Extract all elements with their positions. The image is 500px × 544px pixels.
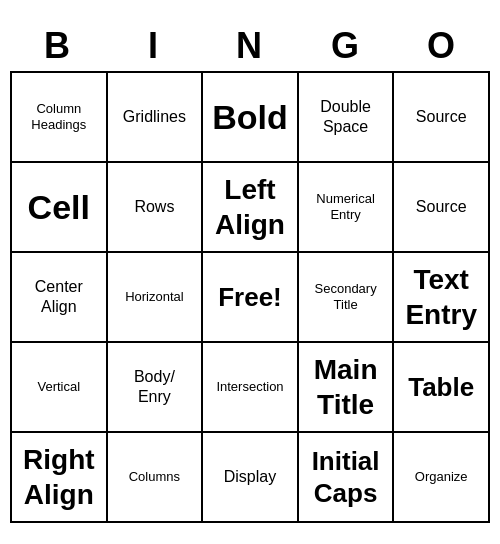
bingo-card: BINGO ColumnHeadingsGridlinesBoldDoubleS… <box>10 21 490 523</box>
bingo-header: BINGO <box>10 21 490 71</box>
bingo-cell: Source <box>394 73 490 163</box>
cell-text: DoubleSpace <box>320 97 371 137</box>
bingo-cell: LeftAlign <box>203 163 299 253</box>
bingo-cell: Rows <box>108 163 204 253</box>
cell-text: LeftAlign <box>215 172 285 242</box>
header-letter: O <box>394 21 490 71</box>
cell-text: ColumnHeadings <box>31 101 86 134</box>
header-letter: N <box>202 21 298 71</box>
cell-text: RightAlign <box>23 442 95 512</box>
bingo-cell: Horizontal <box>108 253 204 343</box>
bingo-cell: Body/Enry <box>108 343 204 433</box>
bingo-cell: InitialCaps <box>299 433 395 523</box>
bingo-grid: ColumnHeadingsGridlinesBoldDoubleSpaceSo… <box>10 71 490 523</box>
cell-text: Table <box>408 371 474 404</box>
cell-text: Body/Enry <box>134 367 175 407</box>
cell-text: Free! <box>218 281 282 314</box>
bingo-cell: Gridlines <box>108 73 204 163</box>
cell-text: Columns <box>129 469 180 485</box>
cell-text: Organize <box>415 469 468 485</box>
bingo-cell: CenterAlign <box>12 253 108 343</box>
bingo-cell: MainTitle <box>299 343 395 433</box>
bingo-cell: ColumnHeadings <box>12 73 108 163</box>
cell-text: NumericalEntry <box>316 191 375 224</box>
bingo-cell: Source <box>394 163 490 253</box>
cell-text: SecondaryTitle <box>315 281 377 314</box>
cell-text: Gridlines <box>123 107 186 127</box>
bingo-cell: NumericalEntry <box>299 163 395 253</box>
bingo-cell: Columns <box>108 433 204 523</box>
bingo-cell: Intersection <box>203 343 299 433</box>
cell-text: CenterAlign <box>35 277 83 317</box>
bingo-cell: Vertical <box>12 343 108 433</box>
cell-text: Horizontal <box>125 289 184 305</box>
bingo-cell: RightAlign <box>12 433 108 523</box>
bingo-cell: Bold <box>203 73 299 163</box>
header-letter: G <box>298 21 394 71</box>
cell-text: Bold <box>212 96 288 139</box>
cell-text: InitialCaps <box>312 445 380 510</box>
cell-text: Intersection <box>216 379 283 395</box>
bingo-cell: Free! <box>203 253 299 343</box>
cell-text: MainTitle <box>314 352 378 422</box>
bingo-cell: SecondaryTitle <box>299 253 395 343</box>
bingo-cell: Table <box>394 343 490 433</box>
cell-text: Source <box>416 197 467 217</box>
cell-text: Display <box>224 467 276 487</box>
cell-text: Vertical <box>37 379 80 395</box>
header-letter: I <box>106 21 202 71</box>
cell-text: Cell <box>28 186 90 229</box>
bingo-cell: Display <box>203 433 299 523</box>
cell-text: Source <box>416 107 467 127</box>
bingo-cell: Organize <box>394 433 490 523</box>
bingo-cell: DoubleSpace <box>299 73 395 163</box>
header-letter: B <box>10 21 106 71</box>
bingo-cell: Cell <box>12 163 108 253</box>
cell-text: TextEntry <box>405 262 477 332</box>
cell-text: Rows <box>134 197 174 217</box>
bingo-cell: TextEntry <box>394 253 490 343</box>
